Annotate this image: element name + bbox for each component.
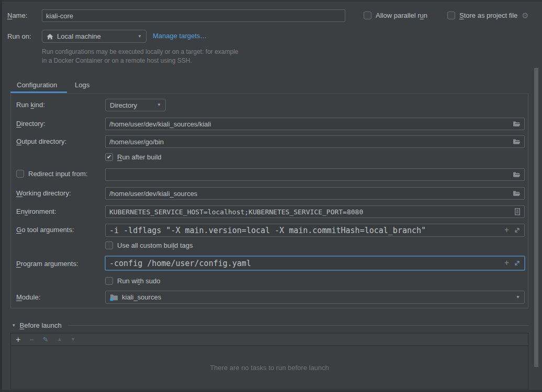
run-kind-label: Run kind: [16,101,45,109]
run-with-sudo-label: Run with sudo [117,277,160,285]
redirect-input-from-checkbox[interactable]: ✔ Redirect input from: [16,170,87,178]
run-kind-dropdown[interactable]: Directory ▼ [105,99,166,111]
name-label: Name: [7,11,27,20]
redirect-input-from-input[interactable] [105,168,525,181]
checkmark-icon: ✔ [107,154,111,160]
before-launch-empty-text: There are no tasks to run before launch [11,346,528,389]
window-bottom-edge [0,390,542,392]
allow-parallel-run-checkbox[interactable]: ✔ Allow parallel run [364,11,427,19]
run-with-sudo-checkbox[interactable]: ✔ Run with sudo [105,277,160,285]
configuration-panel: Run kind: Directory ▼ Directory: /home/u… [10,93,528,308]
run-on-label: Run on: [7,32,31,41]
working-directory-value: /home/user/dev/kiali_sources [109,190,197,198]
add-macro-icon[interactable]: + [504,259,509,267]
run-after-build-checkbox[interactable]: ✔ Run after build [105,153,162,161]
run-on-help-line-2: in a Docker Container or on a remote hos… [42,57,192,64]
program-arguments-label: Program arguments: [16,260,78,268]
run-after-build-label: Run after build [117,153,162,161]
program-arguments-value: -config /home/user/config.yaml [109,259,251,268]
run-on-help-line-1: Run configurations may be executed local… [42,48,239,55]
checkbox-box[interactable]: ✔ [105,153,113,161]
folder-open-icon[interactable] [513,139,521,145]
manage-targets-link[interactable]: Manage targets… [153,32,207,40]
directory-value: /home/user/dev/kiali_sources/kiali [109,120,211,128]
browse-variables-icon[interactable] [514,208,521,215]
working-directory-input[interactable]: /home/user/dev/kiali_sources [105,187,525,200]
tab-logs[interactable]: Logs [75,78,89,92]
edit-task-button[interactable]: ✎ [43,336,49,343]
tab-configuration[interactable]: Configuration [17,78,57,92]
module-icon [110,294,118,301]
window-top-edge [0,0,542,2]
go-tool-arguments-input[interactable]: -i -ldflags "-X main.version=local -X ma… [105,224,525,237]
before-launch-toolbar: + − ✎ ▲ ▼ [11,333,528,346]
folder-open-icon[interactable] [513,171,521,178]
working-directory-label: Working directory: [16,189,71,198]
checkbox-box[interactable]: ✔ [16,170,24,178]
window-left-edge [0,0,2,392]
before-launch-title: Before launch [20,321,62,329]
run-configuration-dialog: Name: kiali-core ✔ Allow parallel run ✔ … [0,0,542,392]
checkbox-box[interactable]: ✔ [447,11,455,19]
folder-open-icon[interactable] [513,190,521,197]
move-up-button[interactable]: ▲ [57,337,62,342]
gear-icon[interactable]: ⚙ [522,11,528,19]
chevron-down-icon: ▼ [516,295,520,299]
checkbox-box[interactable]: ✔ [105,241,113,249]
output-directory-input[interactable]: /home/user/go/bin [105,135,525,148]
environment-input[interactable]: KUBERNETES_SERVICE_HOST=localhost;KUBERN… [105,205,525,218]
directory-label: Directory: [16,120,46,128]
chevron-down-icon: ▼ [157,103,161,107]
add-macro-icon[interactable]: + [504,226,509,234]
name-value: kiali-core [46,12,73,20]
use-all-custom-build-tags-checkbox[interactable]: ✔ Use all custom build tags [105,241,193,249]
run-on-dropdown[interactable]: Local machine ▼ [42,30,146,43]
module-label: Module: [16,293,40,302]
expand-field-icon[interactable] [514,260,521,267]
module-value: kiali_sources [122,293,161,301]
before-launch-panel: + − ✎ ▲ ▼ There are no tasks to run befo… [10,333,528,389]
environment-label: Environment: [16,207,57,216]
move-down-button[interactable]: ▼ [71,337,75,342]
run-kind-value: Directory [110,101,137,109]
go-tool-arguments-value: -i -ldflags "-X main.version=local -X ma… [109,226,426,235]
home-icon [47,33,53,40]
chevron-down-icon: ▼ [138,34,142,39]
collapse-triangle-icon[interactable]: ▾ [13,322,15,328]
expand-field-icon[interactable] [514,227,521,234]
allow-parallel-run-label: Allow parallel run [376,11,427,19]
remove-task-button[interactable]: − [29,336,33,343]
add-task-button[interactable]: + [16,336,20,344]
directory-input[interactable]: /home/user/dev/kiali_sources/kiali [105,118,525,130]
program-arguments-input[interactable]: -config /home/user/config.yaml + [105,256,525,271]
checkbox-box[interactable]: ✔ [105,277,113,285]
use-all-custom-build-tags-label: Use all custom build tags [117,241,193,249]
vertical-scrollbar-thumb[interactable] [534,68,538,367]
redirect-input-from-label: Redirect input from: [28,170,87,178]
checkbox-box[interactable]: ✔ [364,11,371,19]
store-as-project-file-label: Store as project file [459,11,517,19]
separator-line [67,325,528,326]
store-as-project-file-checkbox[interactable]: ✔ Store as project file ⚙ [447,11,529,19]
output-directory-value: /home/user/go/bin [109,138,164,146]
module-dropdown[interactable]: kiali_sources ▼ [105,291,525,304]
environment-value: KUBERNETES_SERVICE_HOST=localhost;KUBERN… [109,208,363,216]
go-tool-arguments-label: Go tool arguments: [16,226,74,234]
name-input[interactable]: kiali-core [42,9,345,22]
run-on-value: Local machine [57,32,101,40]
before-launch-header: ▾ Before launch [10,320,528,330]
output-directory-label: Output directory: [16,137,66,146]
folder-open-icon[interactable] [513,121,521,128]
